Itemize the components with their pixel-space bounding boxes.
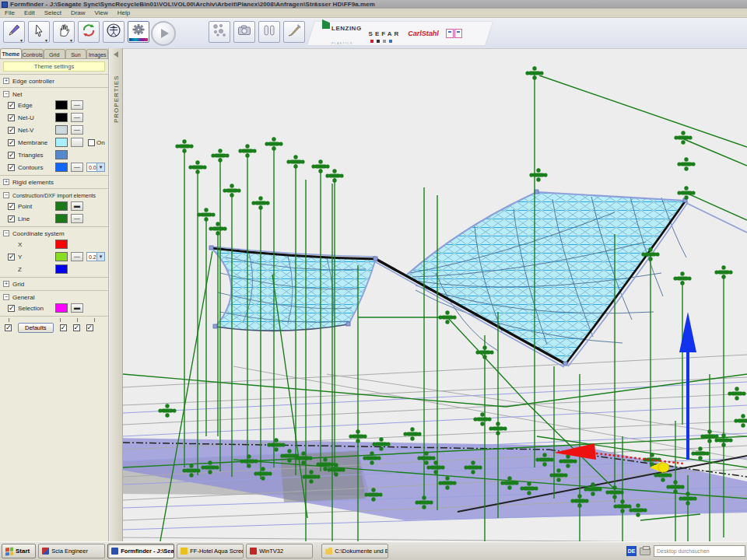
scene-canvas	[123, 49, 747, 542]
rotate-view-button[interactable]	[78, 21, 100, 43]
selection-style-button[interactable]: ▬	[71, 303, 83, 313]
membrane-right-sail[interactable]	[374, 192, 688, 367]
edge-linestyle-button[interactable]: —	[71, 100, 83, 110]
z-axis-color-swatch[interactable]	[55, 264, 68, 274]
net-u-checkbox[interactable]	[8, 114, 15, 121]
tab-images[interactable]: Images	[86, 49, 108, 58]
camera-button[interactable]	[233, 21, 255, 43]
net-v-color-swatch[interactable]	[55, 125, 68, 135]
y-axis-color-swatch[interactable]	[55, 252, 68, 261]
vitruvian-button[interactable]	[103, 21, 124, 43]
pan-tool-button[interactable]: ▼	[53, 21, 75, 43]
expand-icon[interactable]: +	[3, 179, 9, 185]
tab-grid[interactable]: Grid	[44, 49, 65, 58]
collapse-icon[interactable]: −	[3, 192, 9, 198]
tab-sun[interactable]: Sun	[65, 49, 87, 58]
net-u-linestyle-button[interactable]: —	[71, 113, 83, 122]
menu-draw[interactable]: Draw	[71, 9, 86, 16]
dropdown-arrow-icon[interactable]: ▼	[44, 38, 48, 43]
task-scia-engineer[interactable]: Scia Engineer	[38, 544, 105, 558]
expand-icon[interactable]: +	[3, 78, 9, 84]
task-ff-hotel[interactable]: FF-Hotel Aqua Screensh...	[177, 544, 244, 558]
desktop-search-input[interactable]: Desktop durchsuchen	[654, 545, 745, 557]
tab-controls[interactable]: Controls	[22, 49, 44, 58]
net-u-color-swatch[interactable]	[55, 113, 68, 122]
menu-help[interactable]: Help	[117, 9, 130, 16]
defaults-checkbox-1[interactable]	[5, 324, 12, 331]
row-label: Z	[18, 266, 52, 273]
line-linestyle-button[interactable]: —	[71, 214, 83, 223]
menu-select[interactable]: Select	[44, 9, 61, 16]
dropdown-arrow-icon[interactable]: ▼	[69, 38, 73, 43]
membrane-style-button[interactable]	[71, 138, 83, 147]
row-y-axis: Y — 0.2	[3, 250, 108, 263]
triangles-checkbox[interactable]	[8, 152, 15, 159]
viewport-3d[interactable]	[123, 48, 747, 541]
printer-icon[interactable]	[640, 548, 651, 555]
row-x-axis: X	[3, 238, 108, 250]
row-label: Net-V	[18, 127, 52, 134]
contours-value-dropdown[interactable]: 0.05	[86, 163, 105, 172]
edge-checkbox[interactable]	[8, 102, 15, 109]
net-v-linestyle-button[interactable]: —	[71, 125, 83, 135]
line-checkbox[interactable]	[8, 215, 15, 222]
triangles-color-swatch[interactable]	[55, 150, 68, 159]
point-color-swatch[interactable]	[55, 201, 68, 211]
defaults-checkbox-4[interactable]	[86, 324, 93, 331]
membrane-left-sail[interactable]	[212, 247, 376, 331]
edge-color-swatch[interactable]	[55, 100, 68, 110]
menu-file[interactable]: File	[5, 9, 15, 16]
point-checkbox[interactable]	[8, 203, 15, 210]
collapse-icon[interactable]: −	[3, 230, 9, 236]
membrane-color-swatch[interactable]	[55, 138, 68, 147]
play-button[interactable]	[151, 21, 176, 46]
dropdown-arrow-icon[interactable]: ▼	[19, 38, 23, 43]
membrane-on-checkbox[interactable]	[88, 139, 95, 146]
y-axis-value-dropdown[interactable]: 0.2	[86, 252, 105, 261]
line-color-swatch[interactable]	[55, 214, 68, 223]
app-icon	[2, 2, 8, 8]
collapse-arrow-icon[interactable]	[114, 51, 118, 58]
select-tool-button[interactable]: ▼	[28, 21, 50, 43]
defaults-button[interactable]: Defaults	[18, 323, 54, 333]
collapse-icon[interactable]: −	[3, 91, 9, 97]
settings-gear-button[interactable]	[128, 21, 149, 43]
selection-color-swatch[interactable]	[55, 303, 68, 313]
expand-icon[interactable]: +	[3, 281, 9, 287]
x-axis-color-swatch[interactable]	[55, 240, 68, 249]
tab-theme[interactable]: Theme	[0, 48, 22, 58]
defaults-checkbox-2[interactable]	[60, 324, 67, 331]
task-label: Formfinder - J:\Seaga...	[121, 548, 174, 555]
contours-linestyle-button[interactable]: —	[71, 163, 83, 172]
properties-strip[interactable]: PROPERTIES	[110, 48, 123, 541]
collapse-icon[interactable]: −	[3, 294, 9, 300]
task-wintv32[interactable]: WinTV32	[246, 544, 313, 558]
row-selection: Selection ▬	[3, 302, 108, 314]
lenzing-text: LENZING	[331, 25, 362, 32]
language-indicator[interactable]: DE	[626, 546, 637, 556]
row-label: X	[18, 241, 52, 248]
menu-edit[interactable]: Edit	[24, 9, 35, 16]
task-label: Scia Engineer	[51, 548, 88, 555]
defaults-checkbox-3[interactable]	[73, 324, 80, 331]
y-axis-checkbox[interactable]	[8, 254, 15, 261]
membrane-checkbox[interactable]	[8, 139, 15, 146]
contours-color-swatch[interactable]	[55, 163, 68, 172]
task-explorer[interactable]: C:\Dokumente und Einst...	[321, 544, 388, 558]
selection-checkbox[interactable]	[8, 305, 15, 312]
camera-icon	[237, 23, 252, 41]
draw-tool-button[interactable]: ▼	[3, 21, 25, 43]
menu-view[interactable]: View	[95, 9, 108, 16]
point-style-button[interactable]: ▬	[71, 201, 83, 211]
y-axis-style-button[interactable]: —	[71, 252, 83, 261]
sponsor-logos: LENZING PLASTICS SEFAR CarlStahl	[316, 22, 495, 45]
net-v-checkbox[interactable]	[8, 127, 15, 134]
spools-button[interactable]	[258, 21, 280, 43]
row-contours: Contours — 0.05	[3, 161, 108, 173]
start-button[interactable]: Start	[2, 544, 36, 558]
task-formfinder[interactable]: Formfinder - J:\Seaga...	[107, 544, 174, 558]
paintbrush-button[interactable]	[283, 21, 305, 43]
molecules-button[interactable]	[209, 21, 230, 43]
title-bar[interactable]: Formfinder - J:\Seagate Sync\SyncRecycle…	[0, 0, 747, 9]
contours-checkbox[interactable]	[8, 164, 15, 171]
